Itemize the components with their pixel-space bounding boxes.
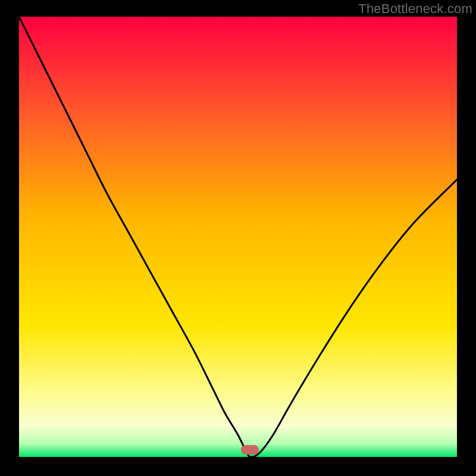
bottleneck-point-marker [241,445,259,455]
bottleneck-chart [19,17,457,457]
chart-background-gradient [19,17,457,457]
chart-svg [19,17,457,457]
chart-frame: TheBottleneck.com [0,0,476,476]
watermark-label: TheBottleneck.com [358,1,472,17]
